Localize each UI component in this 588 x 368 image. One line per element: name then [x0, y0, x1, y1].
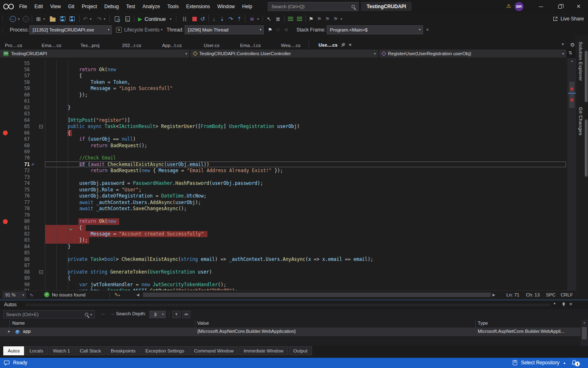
- line-number[interactable]: 55: [0, 61, 30, 67]
- scroll-up-icon[interactable]: ▴: [581, 321, 588, 324]
- line-number[interactable]: 77: [0, 200, 30, 206]
- member-dropdown[interactable]: RegisterUser(UserRegistration userObj) ▾: [379, 49, 566, 58]
- code-line-89[interactable]: 89{: [0, 275, 567, 282]
- editor-vertical-scrollbar[interactable]: ▴: [568, 58, 576, 290]
- fold-collapse-icon[interactable]: −: [39, 270, 43, 274]
- document-outline-icon[interactable]: ≣: [274, 13, 282, 25]
- line-number[interactable]: 76: [0, 193, 30, 199]
- code-editor[interactable]: 5556return Ok(new57{58Token = Token,59Me…: [0, 58, 576, 290]
- code-line-83[interactable]: 83});: [0, 237, 567, 244]
- toolbar-grip[interactable]: [2, 16, 3, 22]
- line-number[interactable]: 64: [0, 117, 30, 123]
- undo-icon[interactable]: ↶: [82, 13, 89, 25]
- bookmark-next-icon[interactable]: ⚑: [324, 13, 331, 25]
- line-number[interactable]: 59: [0, 85, 30, 92]
- project-dropdown[interactable]: C# TestingCRUDAPI ▾: [0, 49, 189, 58]
- smart-indent-icon[interactable]: [296, 13, 303, 25]
- code-cleanup-icon[interactable]: ✎▾: [114, 291, 120, 300]
- lifecycle-events-icon[interactable]: ↯: [116, 27, 122, 33]
- navigate-forward-icon[interactable]: →: [22, 13, 29, 25]
- tool-tab-command-window[interactable]: Command Window: [189, 346, 238, 355]
- scroll-right-icon[interactable]: ▶: [492, 291, 495, 299]
- close-panel-icon[interactable]: ×: [569, 301, 572, 307]
- tab-user-cs[interactable]: User.cs: [204, 43, 219, 48]
- warning-icon[interactable]: ⚠: [506, 3, 511, 9]
- column-value[interactable]: Value: [197, 321, 209, 325]
- code-line-79[interactable]: 79: [0, 212, 567, 219]
- pin-icon[interactable]: [341, 43, 345, 47]
- tab-app-t-cs[interactable]: App...t.cs: [162, 43, 182, 48]
- notification-count-badge[interactable]: 1: [575, 361, 580, 366]
- search-depth-dropdown[interactable]: 3▾: [149, 311, 166, 318]
- save-all-icon[interactable]: [68, 13, 76, 25]
- step-into-icon[interactable]: ⇣: [219, 13, 225, 25]
- line-number[interactable]: 85: [0, 250, 30, 256]
- breakpoint-icon[interactable]: [3, 219, 8, 224]
- stack-frame-dropdown[interactable]: Program.<Main>$▾: [327, 25, 423, 34]
- menu-view[interactable]: View: [47, 0, 65, 13]
- avatar[interactable]: BR: [514, 2, 523, 11]
- pause-icon[interactable]: [181, 13, 188, 25]
- menu-help[interactable]: Help: [238, 0, 256, 13]
- line-number[interactable]: 61: [0, 98, 30, 104]
- code-line-76[interactable]: 76userObj.dateOfRegistration = DateTime.…: [0, 193, 567, 200]
- code-line-57[interactable]: 57{: [0, 73, 567, 79]
- new-project-caret[interactable]: ▾: [42, 13, 46, 25]
- step-out-icon[interactable]: ⇡: [236, 13, 243, 25]
- code-line-68[interactable]: 68return BadRequest();: [0, 143, 567, 149]
- line-number[interactable]: 56: [0, 67, 30, 73]
- process-dropdown[interactable]: [11352] TestingCRUDAPI.exe▾: [29, 25, 112, 34]
- line-number[interactable]: 86: [0, 256, 30, 263]
- code-line-80[interactable]: 80return Ok(new: [0, 218, 567, 225]
- toolbar-overflow-icon[interactable]: ≡: [426, 25, 429, 35]
- line-number[interactable]: 63: [0, 111, 30, 117]
- zoom-dropdown[interactable]: 91 %▾: [2, 292, 26, 298]
- open-folder-icon[interactable]: [49, 13, 56, 25]
- tab-202-r-cs[interactable]: 202...r.cs: [122, 43, 141, 48]
- code-line-55[interactable]: 55: [0, 61, 567, 67]
- scroll-up-icon[interactable]: ▴: [568, 59, 576, 63]
- repository-caret-icon[interactable]: ▴: [564, 358, 566, 368]
- scrollbar-thumb[interactable]: [569, 82, 575, 108]
- undo-caret[interactable]: ▾: [89, 13, 92, 25]
- close-button[interactable]: ×: [569, 0, 588, 13]
- tab-ema-l-cs[interactable]: Ema...l.cs: [240, 43, 261, 48]
- editor-horizontal-scrollbar[interactable]: [143, 292, 491, 297]
- code-line-66[interactable]: 66{: [0, 130, 567, 137]
- menu-analyze[interactable]: Analyze: [139, 0, 164, 13]
- line-number[interactable]: 71: [0, 162, 30, 168]
- menu-project[interactable]: Project: [78, 0, 100, 13]
- grip[interactable]: [262, 16, 263, 22]
- code-line-59[interactable]: 59Message = "Login Successfull": [0, 85, 567, 92]
- space-mode-indicator[interactable]: SPC: [546, 291, 556, 299]
- tab-options-gear-icon[interactable]: ⚙: [570, 42, 575, 48]
- tool-tab-autos[interactable]: Autos: [3, 346, 24, 355]
- find-in-files-icon[interactable]: [113, 13, 121, 25]
- step-over-icon[interactable]: ↷: [227, 13, 234, 25]
- show-threads-icon[interactable]: ≋: [248, 13, 256, 25]
- code-line-74[interactable]: 74userObj.password = PasswordHasher.Hash…: [0, 180, 567, 187]
- code-line-90[interactable]: 90var jwtTokenHandler = new JwtSecurityT…: [0, 282, 567, 288]
- menu-window[interactable]: Window: [214, 0, 238, 13]
- line-number[interactable]: 91: [0, 288, 30, 290]
- lifecycle-events-button[interactable]: Lifecycle Events: [124, 25, 160, 35]
- threads-caret[interactable]: ▾: [256, 13, 260, 25]
- bookmark-caret[interactable]: ▾: [340, 13, 343, 25]
- line-ending-indicator[interactable]: CRLF: [561, 291, 573, 299]
- code-line-64[interactable]: 64[HttpPost("register")]: [0, 117, 567, 124]
- menu-file[interactable]: File: [16, 0, 31, 13]
- solution-document-icon[interactable]: [123, 13, 131, 25]
- pin-property-icon[interactable]: Ŧ: [172, 311, 180, 318]
- line-number[interactable]: 75: [0, 187, 30, 193]
- line-number[interactable]: 67: [0, 136, 30, 142]
- menu-git[interactable]: Git: [65, 0, 78, 13]
- scroll-left-icon[interactable]: ◀: [136, 291, 139, 299]
- health-check-icon[interactable]: ✓: [44, 292, 49, 297]
- code-line-62[interactable]: 62}: [0, 105, 567, 111]
- close-tab-icon[interactable]: ×: [349, 42, 352, 48]
- continue-caret[interactable]: ▾: [169, 13, 172, 25]
- continue-button[interactable]: Continue: [145, 13, 166, 25]
- line-number[interactable]: 74: [0, 180, 30, 186]
- bookmark-prev-icon[interactable]: ⚑: [316, 13, 323, 25]
- tool-tab-exception-settings[interactable]: Exception Settings: [141, 346, 189, 355]
